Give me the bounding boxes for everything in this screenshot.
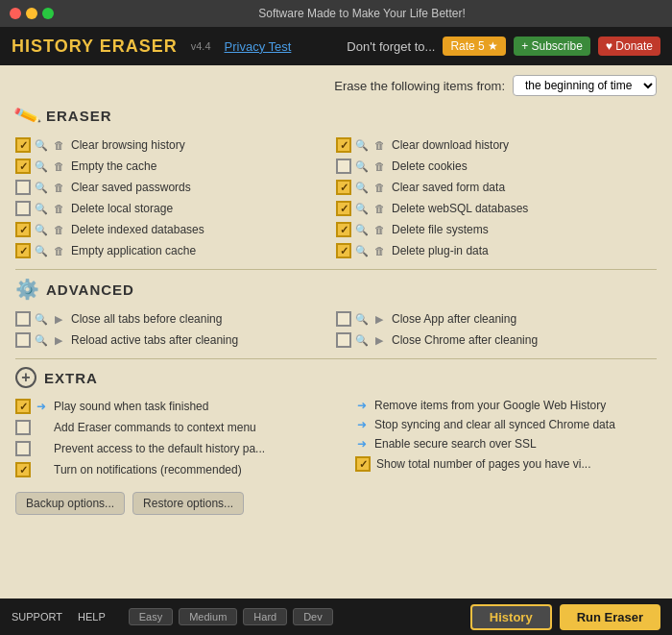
search-icon[interactable]: 🔍 <box>355 224 369 236</box>
turn-on-notifications-checkbox[interactable] <box>15 462 31 477</box>
item-label: Clear browsing history <box>71 138 185 152</box>
trash-icon[interactable]: 🗑 <box>52 224 65 235</box>
search-icon[interactable]: 🔍 <box>355 245 369 257</box>
medium-button[interactable]: Medium <box>179 608 237 625</box>
trash-icon[interactable]: 🗑 <box>372 224 386 235</box>
close-tabs-checkbox[interactable] <box>15 311 31 327</box>
item-label: Clear saved passwords <box>71 181 191 194</box>
arrow-link-icon[interactable]: ➜ <box>355 418 369 431</box>
header-actions: Don't forget to... Rate 5 ★ + Subscribe … <box>347 37 660 56</box>
search-icon[interactable]: 🔍 <box>35 245 48 257</box>
search-icon[interactable]: 🔍 <box>355 203 369 215</box>
trash-icon[interactable]: 🗑 <box>52 203 65 214</box>
trash-icon[interactable]: 🗑 <box>372 182 386 193</box>
clear-passwords-checkbox[interactable] <box>15 180 31 195</box>
delete-local-storage-checkbox[interactable] <box>15 201 31 216</box>
close-app-checkbox[interactable] <box>336 311 351 327</box>
arrow-right-icon: ▶ <box>372 334 386 347</box>
search-icon[interactable]: 🔍 <box>35 139 48 152</box>
arrow-link-icon[interactable]: ➜ <box>355 399 369 412</box>
trash-icon[interactable]: 🗑 <box>52 139 65 151</box>
rate-button[interactable]: Rate 5 ★ <box>443 37 506 56</box>
item-label: Close Chrome after cleaning <box>392 333 538 347</box>
run-eraser-button[interactable]: Run Eraser <box>560 604 660 630</box>
search-icon[interactable]: 🔍 <box>355 139 369 152</box>
show-total-pages-checkbox[interactable] <box>355 456 371 472</box>
search-icon[interactable]: 🔍 <box>35 313 48 326</box>
item-label: Turn on notifications (recommended) <box>54 463 242 476</box>
list-item: ➜ Stop syncing and clear all synced Chro… <box>336 417 657 432</box>
trash-icon[interactable]: 🗑 <box>52 182 65 193</box>
delete-cookies-checkbox[interactable] <box>336 159 351 174</box>
plus-circle-icon: + <box>15 367 36 388</box>
list-item: 🔍 🗑 Clear saved passwords <box>15 179 336 196</box>
play-sound-checkbox[interactable] <box>15 399 31 414</box>
search-icon[interactable]: 🔍 <box>355 334 369 347</box>
delete-indexed-db-checkbox[interactable] <box>15 222 31 237</box>
close-chrome-checkbox[interactable] <box>336 332 351 348</box>
search-icon[interactable]: 🔍 <box>355 160 369 173</box>
clear-form-data-checkbox[interactable] <box>336 180 351 195</box>
trash-icon[interactable]: 🗑 <box>372 160 386 172</box>
arrow-link-icon[interactable]: ➜ <box>355 437 369 451</box>
item-label: Empty the cache <box>71 159 156 173</box>
list-item: 🔍 ▶ Close all tabs before cleaning <box>15 310 336 328</box>
list-item: 🔍 🗑 Clear download history <box>336 136 657 154</box>
prevent-access-checkbox[interactable] <box>15 441 31 456</box>
history-button[interactable]: History <box>470 604 552 630</box>
add-eraser-commands-checkbox[interactable] <box>15 420 31 435</box>
restore-options-button[interactable]: Restore options... <box>132 492 244 515</box>
search-icon[interactable]: 🔍 <box>35 182 48 194</box>
close-button[interactable] <box>10 8 21 19</box>
list-item: Prevent access to the default history pa… <box>15 440 336 457</box>
trash-icon[interactable]: 🗑 <box>52 245 65 256</box>
eraser-right-col: 🔍 🗑 Clear download history 🔍 🗑 Delete co… <box>336 133 657 263</box>
backup-restore-row: Backup options... Restore options... <box>15 492 657 515</box>
arrow-right-icon: ▶ <box>52 334 65 347</box>
list-item: ➜ Remove items from your Google Web Hist… <box>336 398 657 413</box>
help-link[interactable]: HELP <box>78 611 106 623</box>
clear-download-history-checkbox[interactable] <box>336 137 351 153</box>
backup-options-button[interactable]: Backup options... <box>15 492 125 515</box>
list-item: 🔍 🗑 Delete indexed databases <box>15 221 336 238</box>
main-content: Erase the following items from: the begi… <box>0 65 672 598</box>
empty-cache-checkbox[interactable] <box>15 159 31 174</box>
clear-browsing-history-checkbox[interactable] <box>15 137 31 153</box>
item-label: Clear download history <box>392 138 509 152</box>
delete-websql-checkbox[interactable] <box>336 201 351 216</box>
easy-button[interactable]: Easy <box>129 608 173 625</box>
trash-icon[interactable]: 🗑 <box>372 139 386 151</box>
search-icon[interactable]: 🔍 <box>355 182 369 194</box>
privacy-test-link[interactable]: Privacy Test <box>225 39 292 54</box>
delete-plugin-data-checkbox[interactable] <box>336 243 351 258</box>
extra-section-header: + EXTRA <box>15 367 657 388</box>
support-link[interactable]: SUPPORT <box>12 611 62 623</box>
erase-from-label: Erase the following items from: <box>334 79 505 93</box>
item-label: Delete cookies <box>392 159 468 173</box>
trash-icon[interactable]: 🗑 <box>52 160 65 172</box>
search-icon[interactable]: 🔍 <box>35 203 48 215</box>
reload-tabs-checkbox[interactable] <box>15 332 31 348</box>
search-icon[interactable]: 🔍 <box>355 313 369 326</box>
minimize-button[interactable] <box>26 8 37 19</box>
list-item: 🔍 🗑 Delete plug-in data <box>336 242 657 259</box>
donate-button[interactable]: ♥ Donate <box>598 37 660 56</box>
advanced-right-col: 🔍 ▶ Close App after cleaning 🔍 ▶ Close C… <box>336 306 657 353</box>
search-icon[interactable]: 🔍 <box>35 160 48 173</box>
search-icon[interactable]: 🔍 <box>35 334 48 347</box>
hard-button[interactable]: Hard <box>243 608 287 625</box>
dev-button[interactable]: Dev <box>293 608 333 625</box>
empty-app-cache-checkbox[interactable] <box>15 243 31 258</box>
search-icon[interactable]: 🔍 <box>35 224 48 236</box>
window-title: Software Made to Make Your Life Better! <box>61 7 662 20</box>
erase-from-select[interactable]: the beginning of time <box>513 75 657 96</box>
extra-items: ➜ Play sound when task finished Add Eras… <box>15 394 657 482</box>
maximize-button[interactable] <box>42 8 54 19</box>
delete-file-systems-checkbox[interactable] <box>336 222 351 237</box>
list-item: 🔍 ▶ Reload active tabs after cleaning <box>15 331 336 349</box>
trash-icon[interactable]: 🗑 <box>372 245 386 256</box>
subscribe-button[interactable]: + Subscribe <box>514 37 590 56</box>
list-item: Turn on notifications (recommended) <box>15 461 336 478</box>
eraser-title: ERASER <box>46 108 112 124</box>
trash-icon[interactable]: 🗑 <box>372 203 386 214</box>
